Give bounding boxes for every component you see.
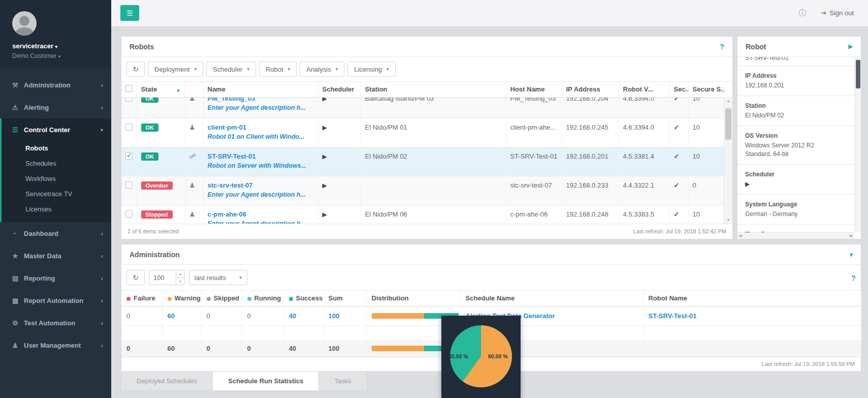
robot-name-link[interactable]: client-pm-01: [208, 124, 314, 131]
expand-icon[interactable]: ▶: [849, 43, 853, 50]
column-header-robot-version[interactable]: Robot V...: [619, 82, 669, 97]
column-header-station[interactable]: Station: [361, 82, 506, 97]
column-header-name[interactable]: Name: [203, 82, 318, 97]
sidebar-item-master-data[interactable]: ★ Master Data ‹: [0, 244, 111, 267]
administration-toolbar: ↻ ▴ ▾ last results ▾ ?: [121, 265, 861, 291]
sidebar-item-label: Dashboard: [24, 230, 101, 237]
deployment-dropdown[interactable]: Deployment▾: [148, 62, 203, 77]
sidebar-item-administration[interactable]: ⚒ Administration ‹: [0, 74, 111, 96]
column-header-state[interactable]: State: [141, 85, 157, 93]
range-select[interactable]: last results ▾: [189, 270, 247, 285]
row-checkbox[interactable]: [125, 210, 133, 218]
sidebar-item-alerting[interactable]: ⚠ Alerting ‹: [0, 96, 111, 118]
vertical-scrollbar[interactable]: ▲ ▼: [724, 97, 732, 224]
tab-deployed-schedules[interactable]: Deployed Schedules: [121, 372, 213, 391]
analysis-dropdown[interactable]: Analysis▾: [300, 62, 344, 77]
licensing-dropdown[interactable]: Licensing▾: [347, 62, 395, 77]
scheduler-play-icon[interactable]: ▶: [323, 98, 327, 102]
robot-name-link[interactable]: ST-SRV-Test-01: [208, 152, 314, 160]
sidebar-item-dashboard[interactable]: ◔ Dashboard ‹: [0, 222, 111, 244]
table-row: OK ♟ PM_Testing_03Enter your Agent descr…: [121, 98, 724, 118]
collapse-icon[interactable]: ▾: [850, 251, 853, 258]
chevron-left-icon: ‹: [101, 342, 103, 349]
column-header-success[interactable]: Success: [283, 291, 323, 306]
refresh-button[interactable]: ↻: [126, 62, 145, 77]
robot-name-link[interactable]: ST-SRV-Test-01: [649, 312, 697, 320]
column-header-robot-name[interactable]: Robot Name: [643, 291, 861, 306]
column-header-failure[interactable]: Failure: [121, 291, 162, 306]
robot-name-link[interactable]: PM_Testing_03: [208, 98, 314, 102]
menu-toggle-button[interactable]: ☰: [120, 5, 139, 21]
sidebar-item-report-automation[interactable]: ▦ Report Automation ‹: [0, 289, 111, 312]
increment-icon[interactable]: ▴: [176, 270, 184, 278]
customer-dropdown[interactable]: Demo Customer ▾: [12, 52, 111, 59]
column-header-schedule-name[interactable]: Schedule Name: [460, 291, 643, 306]
column-header-sec[interactable]: Sec...: [669, 82, 688, 97]
info-icon[interactable]: ⓘ: [798, 8, 806, 18]
avatar[interactable]: [12, 11, 37, 36]
decrement-icon[interactable]: ▾: [176, 278, 184, 285]
robot-name-link[interactable]: stc-srv-test-07: [208, 181, 314, 189]
scheduler-play-icon[interactable]: ▶: [745, 180, 750, 188]
scrollbar-thumb[interactable]: [725, 108, 731, 140]
warning-count-link[interactable]: 60: [168, 312, 175, 320]
warning-slice-label: 60.00 %: [488, 353, 508, 359]
column-header-distribution[interactable]: Distribution: [366, 291, 460, 306]
sign-out-button[interactable]: ⇥ Sign out: [820, 9, 854, 17]
robot-description-link[interactable]: Robot on Server with Windows...: [208, 162, 314, 169]
scheduler-play-icon[interactable]: ▶: [323, 124, 327, 131]
sidebar-item-test-automation[interactable]: ⚙ Test Automation ‹: [0, 312, 111, 334]
scrollbar-thumb[interactable]: [856, 60, 860, 88]
sidebar-item-robots[interactable]: Robots: [2, 141, 111, 156]
scroll-left-icon[interactable]: ◀: [739, 234, 742, 238]
help-icon[interactable]: ?: [720, 42, 724, 51]
column-header-running[interactable]: Running: [242, 291, 283, 306]
column-header-secure-sessions[interactable]: Secure S...: [688, 82, 724, 97]
sidebar-item-user-management[interactable]: ♟ User Management ‹: [0, 334, 111, 356]
scroll-down-icon[interactable]: ▼: [724, 218, 732, 222]
tab-tasks[interactable]: Tasks: [319, 372, 367, 391]
robot-description-link[interactable]: Robot 01 on Client with Windo...: [208, 133, 314, 140]
scheduler-dropdown[interactable]: Scheduler▾: [206, 62, 256, 77]
result-count-stepper[interactable]: ▴ ▾: [149, 270, 185, 285]
robot-description-link[interactable]: Enter your Agent description h...: [208, 191, 314, 198]
scroll-up-icon[interactable]: ▲: [724, 99, 732, 103]
success-count-link[interactable]: 40: [289, 312, 296, 320]
scheduler-play-icon[interactable]: ▶: [323, 182, 327, 189]
robot-description-link[interactable]: Enter your Agent description h...: [208, 104, 314, 111]
sidebar-item-reporting[interactable]: ▤ Reporting ‹: [0, 267, 111, 289]
column-header-host-name[interactable]: Host Name: [506, 82, 562, 97]
robot-description-link[interactable]: Enter your Agent description h...: [208, 220, 314, 224]
sidebar-item-licenses[interactable]: Licenses: [2, 202, 111, 217]
field-label: System Language: [745, 201, 847, 208]
column-header-warning[interactable]: Warning: [162, 291, 201, 306]
vertical-scrollbar[interactable]: [854, 57, 861, 232]
count-input[interactable]: [149, 270, 176, 285]
sidebar-item-schedules[interactable]: Schedules: [2, 156, 111, 171]
sidebar-item-label: Master Data: [24, 252, 101, 260]
robot-name-link[interactable]: c-pm-ahe-06: [208, 210, 314, 218]
select-all-checkbox[interactable]: [125, 85, 133, 92]
sidebar-item-control-center[interactable]: ☰ Control Center ▾: [2, 118, 111, 141]
column-header-sum[interactable]: Sum: [323, 291, 366, 306]
tab-schedule-run-statistics[interactable]: Schedule Run Statistics: [213, 372, 319, 391]
row-checkbox[interactable]: [125, 181, 133, 189]
robot-dropdown[interactable]: Robot▾: [259, 62, 297, 77]
column-header-scheduler[interactable]: Scheduler: [318, 82, 361, 97]
row-checkbox[interactable]: [125, 124, 133, 131]
refresh-button[interactable]: ↻: [126, 270, 145, 285]
horizontal-scrollbar[interactable]: ◀ ▶: [737, 232, 854, 239]
column-header-ip-address[interactable]: IP Address: [562, 82, 619, 97]
sum-link[interactable]: 100: [329, 312, 340, 320]
sidebar-item-servicetrace-tv[interactable]: Servicetrace TV: [2, 187, 111, 202]
username-dropdown[interactable]: servicetracer ▾: [12, 42, 111, 50]
scroll-right-icon[interactable]: ▶: [850, 234, 853, 238]
sidebar-item-workflows[interactable]: Workflows: [2, 171, 111, 187]
row-checkbox[interactable]: [125, 98, 133, 102]
scheduler-play-icon[interactable]: ▶: [323, 153, 327, 160]
row-checkbox[interactable]: [125, 152, 133, 160]
scheduler-play-icon[interactable]: ▶: [323, 211, 327, 218]
field-value: 192.168.0.201: [745, 81, 847, 89]
column-header-skipped[interactable]: Skipped: [201, 291, 242, 306]
help-icon[interactable]: ?: [851, 273, 856, 282]
